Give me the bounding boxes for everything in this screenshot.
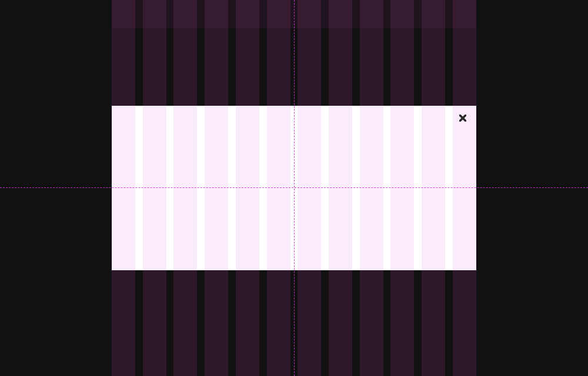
grid-column [298, 106, 321, 270]
grid-column [422, 106, 445, 270]
grid-column [205, 106, 228, 270]
grid-column [173, 106, 197, 270]
grid-column [390, 106, 414, 270]
grid-column [360, 106, 383, 270]
grid-column [112, 106, 135, 270]
grid-column [329, 106, 352, 270]
vertical-center-guide [294, 0, 295, 376]
grid-column [236, 106, 259, 270]
close-button[interactable] [457, 113, 468, 123]
grid-column [453, 106, 476, 270]
grid-column [267, 106, 290, 270]
grid-column [143, 106, 166, 270]
close-icon [459, 115, 466, 122]
